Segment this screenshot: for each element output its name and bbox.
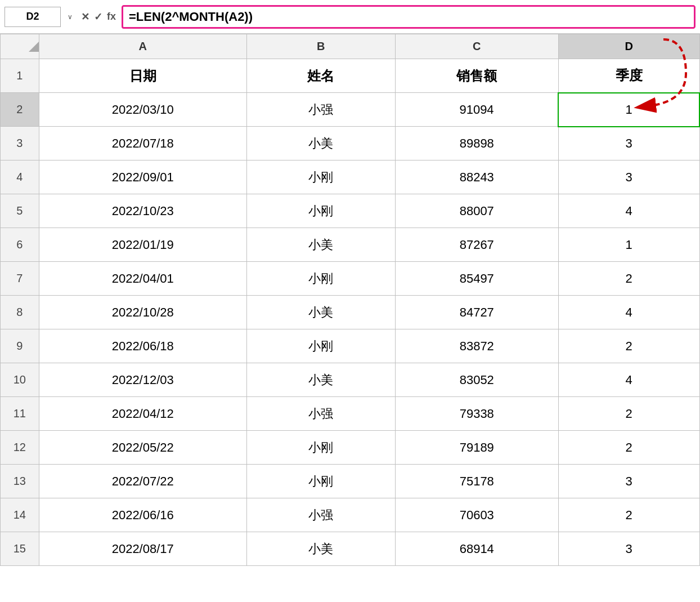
cell-b14[interactable]: 小强: [246, 498, 395, 532]
cell-a11[interactable]: 2022/04/12: [39, 397, 246, 431]
cell-c12[interactable]: 79189: [395, 431, 558, 465]
cell-d7[interactable]: 2: [558, 262, 699, 296]
corner-cell: [1, 34, 39, 59]
cell-a9[interactable]: 2022/06/18: [39, 329, 246, 363]
cell-d15[interactable]: 3: [558, 532, 699, 566]
table-row: 102022/12/03小美830524: [1, 363, 700, 397]
table-row: 132022/07/22小刚751783: [1, 465, 700, 498]
column-header-d[interactable]: D: [558, 34, 699, 59]
cell-d13[interactable]: 3: [558, 465, 699, 498]
cell-d11[interactable]: 2: [558, 397, 699, 431]
cell-b9[interactable]: 小刚: [246, 329, 395, 363]
cell-a6[interactable]: 2022/01/19: [39, 228, 246, 262]
cell-c2[interactable]: 91094: [395, 93, 558, 127]
cell-a12[interactable]: 2022/05/22: [39, 431, 246, 465]
cell-c3[interactable]: 89898: [395, 127, 558, 160]
cell-c5[interactable]: 88007: [395, 194, 558, 228]
cancel-formula-icon[interactable]: ✕: [81, 11, 89, 23]
cell-c8[interactable]: 84727: [395, 296, 558, 329]
row-num-10: 10: [1, 363, 39, 397]
cell-d8[interactable]: 4: [558, 296, 699, 329]
formula-icons: ✕ ✓ fx: [81, 11, 116, 23]
table-row: 72022/04/01小刚854972: [1, 262, 700, 296]
table-row: 122022/05/22小刚791892: [1, 431, 700, 465]
cell-d2[interactable]: 1: [558, 93, 699, 127]
column-header-a[interactable]: A: [39, 34, 246, 59]
cell-a2[interactable]: 2022/03/10: [39, 93, 246, 127]
table-row: 42022/09/01小刚882433: [1, 160, 700, 194]
cell-c6[interactable]: 87267: [395, 228, 558, 262]
cell-a15[interactable]: 2022/08/17: [39, 532, 246, 566]
cell-a3[interactable]: 2022/07/18: [39, 127, 246, 160]
cell-d5[interactable]: 4: [558, 194, 699, 228]
row-num-8: 8: [1, 296, 39, 329]
column-header-b[interactable]: B: [246, 34, 395, 59]
cell-b13[interactable]: 小刚: [246, 465, 395, 498]
cell-c4[interactable]: 88243: [395, 160, 558, 194]
cell-d3[interactable]: 3: [558, 127, 699, 160]
cell-c7[interactable]: 85497: [395, 262, 558, 296]
cell-b10[interactable]: 小美: [246, 363, 395, 397]
header-data-row: 1 日期 姓名 销售额 季度: [1, 59, 700, 93]
row-num-14: 14: [1, 498, 39, 532]
row-num-2: 2: [1, 93, 39, 127]
cell-a4[interactable]: 2022/09/01: [39, 160, 246, 194]
column-header-c[interactable]: C: [395, 34, 558, 59]
cell-c11[interactable]: 79338: [395, 397, 558, 431]
cell-a8[interactable]: 2022/10/28: [39, 296, 246, 329]
table-row: 52022/10/23小刚880074: [1, 194, 700, 228]
cell-c15[interactable]: 68914: [395, 532, 558, 566]
cell-d4[interactable]: 3: [558, 160, 699, 194]
table-row: 112022/04/12小强793382: [1, 397, 700, 431]
cell-b8[interactable]: 小美: [246, 296, 395, 329]
cell-c14[interactable]: 70603: [395, 498, 558, 532]
cell-d9[interactable]: 2: [558, 329, 699, 363]
row-num-5: 5: [1, 194, 39, 228]
cell-a10[interactable]: 2022/12/03: [39, 363, 246, 397]
cell-b1[interactable]: 姓名: [246, 59, 395, 93]
row-num-9: 9: [1, 329, 39, 363]
formula-input[interactable]: [122, 5, 695, 29]
cell-ref-dropdown-icon[interactable]: ∨: [64, 7, 75, 27]
row-num-6: 6: [1, 228, 39, 262]
cell-b6[interactable]: 小美: [246, 228, 395, 262]
row-num-13: 13: [1, 465, 39, 498]
cell-d12[interactable]: 2: [558, 431, 699, 465]
row-num-7: 7: [1, 262, 39, 296]
row-num-3: 3: [1, 127, 39, 160]
cell-c1[interactable]: 销售额: [395, 59, 558, 93]
row-num-15: 15: [1, 532, 39, 566]
table-row: 152022/08/17小美689143: [1, 532, 700, 566]
cell-b5[interactable]: 小刚: [246, 194, 395, 228]
cell-c13[interactable]: 75178: [395, 465, 558, 498]
cell-b7[interactable]: 小刚: [246, 262, 395, 296]
cell-d1[interactable]: 季度: [558, 59, 699, 93]
fx-label: fx: [107, 11, 116, 23]
table-row: 62022/01/19小美872671: [1, 228, 700, 262]
cell-c9[interactable]: 83872: [395, 329, 558, 363]
cell-a5[interactable]: 2022/10/23: [39, 194, 246, 228]
table-row: 22022/03/10小强910941: [1, 93, 700, 127]
cell-b3[interactable]: 小美: [246, 127, 395, 160]
cell-d6[interactable]: 1: [558, 228, 699, 262]
column-header-row: A B C D: [1, 34, 700, 59]
cell-a1[interactable]: 日期: [39, 59, 246, 93]
confirm-formula-icon[interactable]: ✓: [94, 11, 102, 23]
cell-c10[interactable]: 83052: [395, 363, 558, 397]
cell-a13[interactable]: 2022/07/22: [39, 465, 246, 498]
row-num-12: 12: [1, 431, 39, 465]
cell-a14[interactable]: 2022/06/16: [39, 498, 246, 532]
spreadsheet-table: A B C D 1 日期 姓名 销售额 季度 22022/03/10小强9109…: [0, 34, 700, 566]
table-row: 82022/10/28小美847274: [1, 296, 700, 329]
table-row: 142022/06/16小强706032: [1, 498, 700, 532]
cell-b2[interactable]: 小强: [246, 93, 395, 127]
cell-b15[interactable]: 小美: [246, 532, 395, 566]
cell-b11[interactable]: 小强: [246, 397, 395, 431]
cell-d10[interactable]: 4: [558, 363, 699, 397]
cell-reference-box[interactable]: D2: [5, 7, 61, 27]
cell-b12[interactable]: 小刚: [246, 431, 395, 465]
cell-d14[interactable]: 2: [558, 498, 699, 532]
cell-b4[interactable]: 小刚: [246, 160, 395, 194]
row-num-1: 1: [1, 59, 39, 93]
cell-a7[interactable]: 2022/04/01: [39, 262, 246, 296]
